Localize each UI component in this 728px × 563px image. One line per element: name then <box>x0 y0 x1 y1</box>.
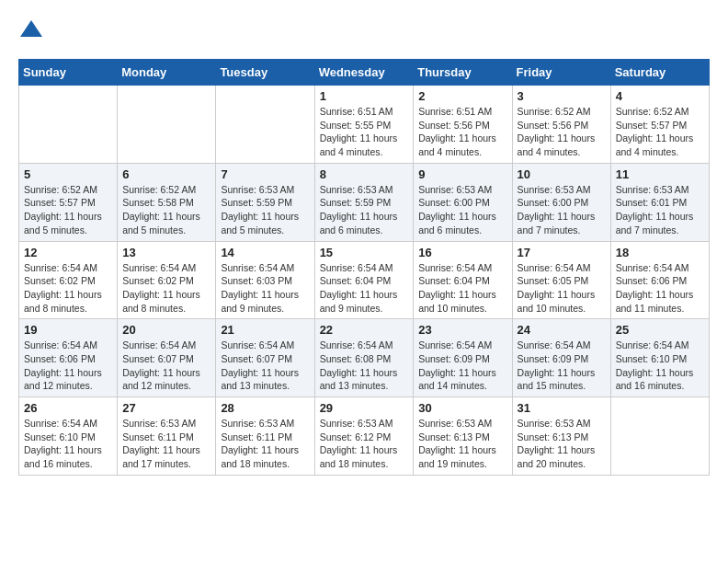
day-number: 3 <box>518 89 606 103</box>
page-header <box>18 18 710 44</box>
day-header-tuesday: Tuesday <box>216 60 314 86</box>
day-info: Sunrise: 6:54 AM Sunset: 6:05 PM Dayligh… <box>518 261 606 316</box>
day-info: Sunrise: 6:51 AM Sunset: 5:56 PM Dayligh… <box>418 105 506 159</box>
day-info: Sunrise: 6:52 AM Sunset: 5:56 PM Dayligh… <box>518 105 606 159</box>
day-number: 18 <box>616 246 704 259</box>
calendar-cell: 15Sunrise: 6:54 AM Sunset: 6:04 PM Dayli… <box>314 241 414 319</box>
day-number: 2 <box>418 89 506 103</box>
calendar-cell: 22Sunrise: 6:54 AM Sunset: 6:08 PM Dayli… <box>314 319 414 397</box>
calendar-cell <box>610 397 709 476</box>
day-number: 9 <box>418 167 506 181</box>
calendar-cell: 8Sunrise: 6:53 AM Sunset: 5:59 PM Daylig… <box>314 163 414 241</box>
calendar-cell: 20Sunrise: 6:54 AM Sunset: 6:07 PM Dayli… <box>118 319 216 397</box>
day-info: Sunrise: 6:54 AM Sunset: 6:07 PM Dayligh… <box>122 339 210 393</box>
day-info: Sunrise: 6:52 AM Sunset: 5:58 PM Dayligh… <box>122 183 210 237</box>
day-info: Sunrise: 6:54 AM Sunset: 6:10 PM Dayligh… <box>24 417 112 471</box>
day-number: 24 <box>518 323 606 337</box>
day-info: Sunrise: 6:54 AM Sunset: 6:02 PM Dayligh… <box>24 261 112 316</box>
day-info: Sunrise: 6:53 AM Sunset: 6:01 PM Dayligh… <box>616 183 704 237</box>
calendar-cell: 5Sunrise: 6:52 AM Sunset: 5:57 PM Daylig… <box>19 163 118 241</box>
calendar-cell: 14Sunrise: 6:54 AM Sunset: 6:03 PM Dayli… <box>216 241 314 319</box>
calendar-cell <box>216 86 314 164</box>
day-number: 21 <box>221 323 309 337</box>
calendar-cell: 11Sunrise: 6:53 AM Sunset: 6:01 PM Dayli… <box>610 163 709 241</box>
day-info: Sunrise: 6:52 AM Sunset: 5:57 PM Dayligh… <box>24 183 112 237</box>
calendar-cell: 3Sunrise: 6:52 AM Sunset: 5:56 PM Daylig… <box>512 86 610 164</box>
day-number: 27 <box>122 401 210 415</box>
day-info: Sunrise: 6:53 AM Sunset: 6:11 PM Dayligh… <box>221 417 309 471</box>
calendar-cell: 28Sunrise: 6:53 AM Sunset: 6:11 PM Dayli… <box>216 397 314 476</box>
calendar-cell: 10Sunrise: 6:53 AM Sunset: 6:00 PM Dayli… <box>512 163 610 241</box>
day-info: Sunrise: 6:54 AM Sunset: 6:06 PM Dayligh… <box>616 261 704 316</box>
day-number: 20 <box>122 323 210 337</box>
day-number: 30 <box>418 401 506 415</box>
calendar-cell <box>19 86 118 164</box>
day-number: 22 <box>320 323 409 337</box>
day-header-thursday: Thursday <box>414 60 512 86</box>
day-number: 5 <box>24 167 112 181</box>
calendar-cell: 12Sunrise: 6:54 AM Sunset: 6:02 PM Dayli… <box>19 241 118 319</box>
calendar-cell: 29Sunrise: 6:53 AM Sunset: 6:12 PM Dayli… <box>314 397 414 476</box>
day-info: Sunrise: 6:53 AM Sunset: 6:00 PM Dayligh… <box>418 183 506 237</box>
day-number: 15 <box>320 246 409 259</box>
svg-marker-0 <box>20 20 42 37</box>
day-number: 16 <box>418 246 506 259</box>
day-info: Sunrise: 6:53 AM Sunset: 6:12 PM Dayligh… <box>320 417 409 471</box>
day-number: 28 <box>221 401 309 415</box>
day-info: Sunrise: 6:53 AM Sunset: 6:00 PM Dayligh… <box>518 183 606 237</box>
calendar-cell: 13Sunrise: 6:54 AM Sunset: 6:02 PM Dayli… <box>118 241 216 319</box>
day-info: Sunrise: 6:54 AM Sunset: 6:04 PM Dayligh… <box>320 261 409 316</box>
calendar-cell: 2Sunrise: 6:51 AM Sunset: 5:56 PM Daylig… <box>414 86 512 164</box>
day-number: 4 <box>616 89 704 103</box>
calendar-cell: 30Sunrise: 6:53 AM Sunset: 6:13 PM Dayli… <box>414 397 512 476</box>
calendar-cell: 6Sunrise: 6:52 AM Sunset: 5:58 PM Daylig… <box>118 163 216 241</box>
calendar-cell: 18Sunrise: 6:54 AM Sunset: 6:06 PM Dayli… <box>610 241 709 319</box>
day-number: 29 <box>320 401 409 415</box>
day-info: Sunrise: 6:53 AM Sunset: 6:13 PM Dayligh… <box>418 417 506 471</box>
day-info: Sunrise: 6:54 AM Sunset: 6:02 PM Dayligh… <box>122 261 210 316</box>
day-number: 14 <box>221 246 309 259</box>
day-info: Sunrise: 6:53 AM Sunset: 6:13 PM Dayligh… <box>518 417 606 471</box>
day-info: Sunrise: 6:54 AM Sunset: 6:06 PM Dayligh… <box>24 339 112 393</box>
day-number: 31 <box>518 401 606 415</box>
day-header-wednesday: Wednesday <box>314 60 414 86</box>
day-number: 7 <box>221 167 309 181</box>
day-number: 10 <box>518 167 606 181</box>
calendar-table: SundayMondayTuesdayWednesdayThursdayFrid… <box>18 59 710 476</box>
day-header-friday: Friday <box>512 60 610 86</box>
day-info: Sunrise: 6:54 AM Sunset: 6:04 PM Dayligh… <box>418 261 506 316</box>
day-header-saturday: Saturday <box>610 60 709 86</box>
calendar-cell <box>118 86 216 164</box>
calendar-cell: 25Sunrise: 6:54 AM Sunset: 6:10 PM Dayli… <box>610 319 709 397</box>
day-info: Sunrise: 6:54 AM Sunset: 6:09 PM Dayligh… <box>418 339 506 393</box>
calendar-cell: 17Sunrise: 6:54 AM Sunset: 6:05 PM Dayli… <box>512 241 610 319</box>
calendar-cell: 27Sunrise: 6:53 AM Sunset: 6:11 PM Dayli… <box>118 397 216 476</box>
day-info: Sunrise: 6:53 AM Sunset: 6:11 PM Dayligh… <box>122 417 210 471</box>
day-info: Sunrise: 6:53 AM Sunset: 5:59 PM Dayligh… <box>221 183 309 237</box>
day-info: Sunrise: 6:54 AM Sunset: 6:07 PM Dayligh… <box>221 339 309 393</box>
day-info: Sunrise: 6:53 AM Sunset: 5:59 PM Dayligh… <box>320 183 409 237</box>
day-number: 17 <box>518 246 606 259</box>
day-number: 23 <box>418 323 506 337</box>
day-header-monday: Monday <box>118 60 216 86</box>
calendar-cell: 23Sunrise: 6:54 AM Sunset: 6:09 PM Dayli… <box>414 319 512 397</box>
calendar-cell: 31Sunrise: 6:53 AM Sunset: 6:13 PM Dayli… <box>512 397 610 476</box>
day-number: 26 <box>24 401 112 415</box>
calendar-cell: 4Sunrise: 6:52 AM Sunset: 5:57 PM Daylig… <box>610 86 709 164</box>
calendar-cell: 24Sunrise: 6:54 AM Sunset: 6:09 PM Dayli… <box>512 319 610 397</box>
calendar-cell: 1Sunrise: 6:51 AM Sunset: 5:55 PM Daylig… <box>314 86 414 164</box>
calendar-cell: 16Sunrise: 6:54 AM Sunset: 6:04 PM Dayli… <box>414 241 512 319</box>
day-info: Sunrise: 6:54 AM Sunset: 6:03 PM Dayligh… <box>221 261 309 316</box>
day-info: Sunrise: 6:54 AM Sunset: 6:10 PM Dayligh… <box>616 339 704 393</box>
day-number: 11 <box>616 167 704 181</box>
logo <box>18 18 48 44</box>
day-info: Sunrise: 6:52 AM Sunset: 5:57 PM Dayligh… <box>616 105 704 159</box>
day-number: 13 <box>122 246 210 259</box>
day-number: 12 <box>24 246 112 259</box>
day-number: 8 <box>320 167 409 181</box>
calendar-cell: 21Sunrise: 6:54 AM Sunset: 6:07 PM Dayli… <box>216 319 314 397</box>
calendar-cell: 9Sunrise: 6:53 AM Sunset: 6:00 PM Daylig… <box>414 163 512 241</box>
calendar-cell: 19Sunrise: 6:54 AM Sunset: 6:06 PM Dayli… <box>19 319 118 397</box>
calendar-cell: 7Sunrise: 6:53 AM Sunset: 5:59 PM Daylig… <box>216 163 314 241</box>
day-info: Sunrise: 6:54 AM Sunset: 6:09 PM Dayligh… <box>518 339 606 393</box>
